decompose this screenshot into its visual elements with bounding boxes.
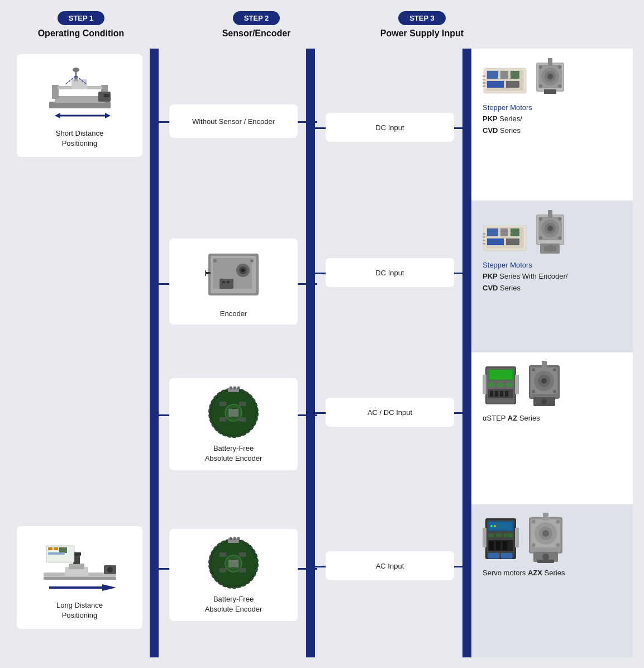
- svg-point-142: [553, 368, 556, 371]
- svg-rect-81: [483, 82, 485, 84]
- svg-rect-103: [483, 236, 485, 238]
- svg-point-141: [532, 368, 535, 371]
- svg-rect-163: [515, 528, 519, 547]
- svg-point-146: [541, 399, 547, 404]
- battery-free-encoder-2-icon: [203, 536, 264, 591]
- pkp-motor-icon: [532, 57, 568, 99]
- svg-point-41: [250, 259, 254, 263]
- power-card-3: AC / DC Input: [326, 398, 454, 427]
- step2-title: Sensor/Encoder: [222, 28, 291, 39]
- svg-marker-11: [55, 113, 60, 118]
- azx-driver-icon: [483, 516, 519, 563]
- svg-rect-132: [483, 375, 486, 394]
- long-distance-card: Long DistancePositioning: [17, 526, 142, 629]
- svg-rect-55: [230, 387, 232, 389]
- long-distance-icon: [38, 535, 122, 596]
- svg-point-116: [558, 236, 561, 240]
- product-section-4: Servo motors AZX Series: [471, 504, 633, 657]
- svg-marker-28: [102, 584, 116, 591]
- product-2-series: PKP Series With Encoder/CVD Series: [483, 271, 567, 294]
- svg-rect-35: [222, 281, 225, 283]
- svg-rect-1: [55, 96, 105, 103]
- svg-rect-129: [495, 391, 498, 397]
- pkp-encoder-motor-icon: [532, 209, 568, 256]
- svg-rect-104: [483, 240, 485, 241]
- product-1-title: Stepper Motors: [483, 103, 532, 112]
- svg-rect-119: [544, 246, 556, 251]
- hline-1d: [454, 127, 474, 129]
- svg-point-169: [542, 530, 549, 537]
- svg-rect-71: [237, 537, 240, 540]
- svg-rect-19: [69, 564, 84, 569]
- product-3-images: [483, 361, 565, 408]
- svg-rect-80: [483, 79, 485, 80]
- svg-rect-36: [227, 281, 230, 283]
- svg-rect-99: [511, 228, 519, 236]
- svg-rect-65: [220, 568, 226, 572]
- svg-point-111: [547, 226, 553, 231]
- svg-point-172: [556, 520, 560, 524]
- svg-point-92: [539, 84, 542, 88]
- vbar-1: [150, 49, 159, 657]
- svg-rect-112: [548, 210, 552, 218]
- svg-point-144: [553, 390, 556, 393]
- product-2-images: [483, 209, 568, 256]
- svg-point-151: [490, 525, 493, 527]
- svg-rect-49: [220, 402, 226, 406]
- step1-title: Operating Condition: [38, 28, 125, 39]
- svg-point-114: [558, 217, 561, 221]
- hline-4c: [315, 566, 326, 567]
- svg-rect-97: [487, 228, 498, 236]
- step3-title: Power Supply Input: [380, 28, 464, 39]
- svg-rect-131: [505, 391, 508, 397]
- svg-rect-56: [233, 387, 236, 389]
- hline-2a: [150, 283, 169, 285]
- power-label-1: DC Input: [375, 123, 404, 132]
- header: STEP 1 Operating Condition STEP 2 Sensor…: [11, 11, 633, 39]
- svg-point-88: [547, 74, 553, 79]
- svg-rect-89: [548, 58, 552, 66]
- svg-point-30: [107, 567, 113, 572]
- svg-rect-133: [515, 375, 519, 394]
- svg-rect-34: [220, 279, 233, 289]
- hline-2c: [315, 273, 326, 274]
- svg-rect-26: [48, 552, 65, 555]
- hline-1a: [150, 121, 169, 123]
- az-motor-icon: [523, 361, 565, 408]
- vbar-2: [306, 49, 315, 657]
- svg-rect-52: [239, 417, 246, 422]
- svg-rect-79: [483, 75, 485, 77]
- svg-rect-67: [228, 560, 238, 567]
- step3-badge: STEP 3: [398, 11, 446, 25]
- product-1-images: [483, 57, 568, 99]
- hline-3d: [454, 412, 474, 414]
- svg-marker-13: [105, 113, 111, 118]
- sensor-label-1: Without Sensor / Encoder: [192, 117, 275, 126]
- svg-rect-100: [487, 238, 504, 245]
- svg-rect-94: [544, 89, 556, 94]
- svg-rect-126: [506, 383, 513, 387]
- sensor-card-3: Battery-FreeAbsolute Encoder: [169, 378, 298, 470]
- product-3-title: αSTEP AZ Series: [483, 413, 540, 424]
- product-section-3: αSTEP AZ Series: [471, 352, 633, 504]
- svg-rect-161: [501, 553, 512, 559]
- svg-rect-128: [490, 391, 493, 397]
- hline-3a: [150, 414, 169, 416]
- az-driver-icon: [483, 364, 519, 408]
- svg-point-8: [73, 68, 79, 72]
- svg-rect-75: [500, 71, 508, 79]
- product-section-1: Stepper Motors PKP Series/CVD Series: [471, 49, 633, 201]
- power-card-2: DC Input: [326, 258, 454, 287]
- svg-point-39: [241, 269, 245, 272]
- svg-point-171: [532, 520, 536, 524]
- svg-rect-24: [54, 547, 58, 550]
- power-card-4: AC Input: [326, 551, 454, 580]
- svg-point-115: [539, 236, 542, 240]
- short-distance-card: Short DistancePositioning: [17, 54, 142, 157]
- sensor-label-3: Battery-FreeAbsolute Encoder: [205, 443, 263, 464]
- svg-rect-157: [489, 541, 494, 550]
- hline-2b: [298, 283, 317, 285]
- svg-rect-123: [489, 370, 512, 379]
- hline-3b: [298, 414, 317, 416]
- svg-rect-125: [497, 383, 504, 387]
